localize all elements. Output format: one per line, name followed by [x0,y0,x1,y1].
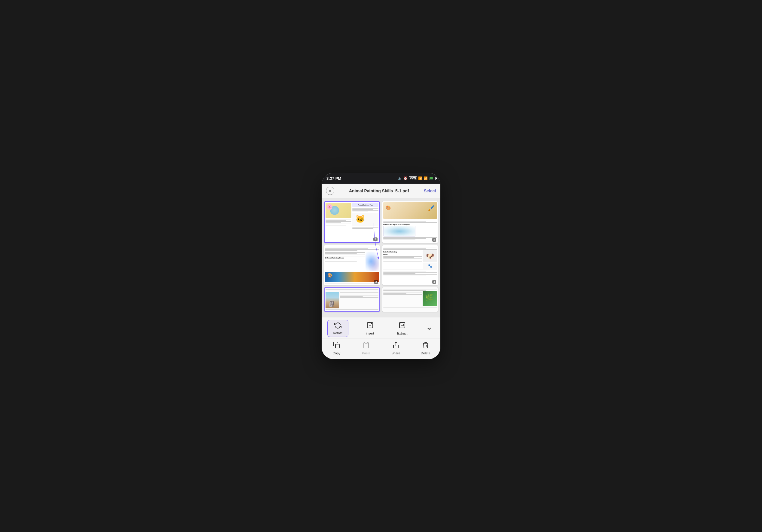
text-line [383,292,422,292]
insert-label: insert [366,332,374,335]
text-line [325,247,379,247]
page-number-1: 1 [373,237,377,241]
text-line [383,256,422,257]
bottom-toolbar: Rotate insert [322,317,440,359]
pdf-page-3[interactable]: Different Painting Styles 🎨 3 [324,245,380,285]
text-line [383,307,437,307]
text-line [383,247,437,247]
text-line [383,269,437,270]
battery-icon [429,177,435,180]
delete-label: Delete [421,351,430,355]
text-line [383,289,437,289]
more-button[interactable] [424,323,435,334]
text-line [383,274,437,275]
text-line [326,220,346,221]
text-line [383,222,437,223]
pdf-page-6[interactable]: 🌿 [382,287,438,312]
paste-icon [362,342,370,350]
pages-row-3: 🗿 [324,287,438,312]
page4-title-line1: Cute Pet Painting [383,251,422,253]
text-line [326,219,351,219]
page4-layout: Cute Pet Painting Steps 🐶 🐾 [382,245,438,278]
toolbar-row-1: Rotate insert [322,317,440,339]
text-line [326,291,368,291]
text-line [352,227,378,228]
paste-label: Paste [362,351,370,355]
svg-rect-9 [365,342,367,343]
text-line [383,275,426,276]
text-line [352,228,373,229]
paste-button[interactable]: Paste [355,340,377,357]
text-line [383,272,437,272]
delete-icon [422,342,429,350]
text-line [383,261,422,262]
pdf-page-4[interactable]: Cute Pet Painting Steps 🐶 🐾 [382,245,438,285]
page3-paints-image: 🎨 [325,272,379,282]
speaker-icon: 🔈 [398,177,402,180]
text-line [383,241,437,241]
page1-right: Animal Painting Tips 🐱 [352,203,378,229]
text-line [340,297,378,298]
vpn-label: VPN [409,177,417,180]
text-line [383,271,426,271]
status-bar: 3:37 PM 🔈 ⏰ VPN 📶 📶 [322,173,440,184]
status-time: 3:37 PM [327,176,341,181]
extract-label: Extract [397,332,407,335]
page6-layout: 🌿 [382,287,438,309]
close-button[interactable]: ✕ [326,187,334,195]
pages-row-1: Animal Painting Tips 🐱 1 [324,201,438,243]
rotate-icon [334,322,342,330]
copy-label: Copy [333,351,341,355]
alarm-icon: ⏰ [403,177,408,180]
insert-icon [366,322,374,331]
text-line [383,237,437,238]
text-line [325,252,365,253]
toolbar-row-2: Copy Paste [322,339,440,359]
text-line [340,292,378,293]
pdf-page-5[interactable]: 🗿 [324,287,380,312]
extract-button[interactable]: Extract [392,320,413,337]
page-number-2: 2 [432,238,436,242]
text-line [325,261,357,262]
extract-icon [399,322,406,331]
page4-paw-sketch: 🐾 [422,263,437,269]
page4-title-line2: Steps [383,254,422,256]
page1-flower-image [326,203,351,218]
copy-icon [333,342,340,350]
rotate-button[interactable]: Rotate [327,320,348,337]
pdf-page-1[interactable]: Animal Painting Tips 🐱 1 [324,201,380,243]
page2-watercolor-image [383,226,416,237]
text-line [326,289,378,290]
text-line [326,224,351,224]
text-line [340,296,363,297]
pages-row-2: Different Painting Styles 🎨 3 [324,245,438,285]
share-button[interactable]: Share [385,340,407,357]
pdf-page-2[interactable]: 🖌️ 🎨 Animals are a part of our daily lif… [382,201,438,243]
page1-layout: Animal Painting Tips 🐱 [325,202,379,230]
text-line [352,208,378,209]
page6-leaves-image: 🌿 [422,291,437,306]
copy-button[interactable]: Copy [326,340,347,357]
wifi-icon: 📶 [423,177,428,180]
text-line [325,260,365,260]
text-line [383,259,422,259]
text-line [325,253,357,254]
text-line [352,212,368,212]
text-line [383,240,416,240]
select-button[interactable]: Select [424,189,436,193]
app-header: ✕ Animal Painting Skills_5-1.pdf Select [322,184,440,198]
text-line [340,294,371,294]
pdf-content[interactable]: Animal Painting Tips 🐱 1 [322,198,440,317]
page5-sculpture-image: 🗿 [326,292,339,308]
page2-layout: 🖌️ 🎨 Animals are a part of our daily lif… [382,201,438,243]
rotate-label: Rotate [333,331,343,335]
text-line [383,290,426,291]
delete-button[interactable]: Delete [415,340,436,357]
page2-supplies-image: 🖌️ 🎨 [383,202,437,219]
text-line [325,250,357,251]
battery-fill [429,177,433,180]
text-line [352,209,373,210]
text-line [383,260,407,260]
page5-layout: 🗿 [325,288,379,311]
insert-button[interactable]: insert [359,320,381,337]
